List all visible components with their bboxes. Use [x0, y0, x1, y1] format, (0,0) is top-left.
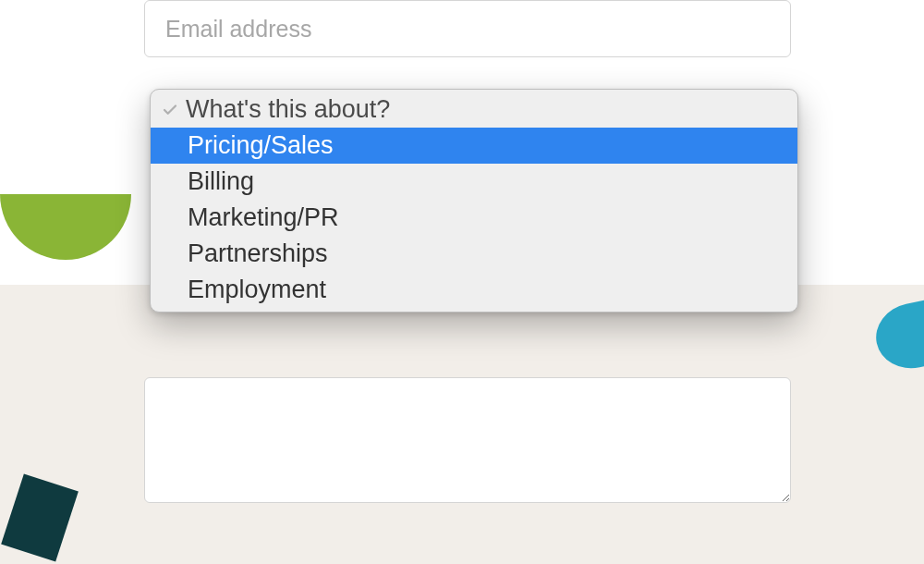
email-field[interactable]: [144, 0, 791, 57]
dropdown-option-marketing-pr[interactable]: Marketing/PR: [151, 200, 797, 236]
topic-select[interactable]: What's this about? Pricing/Sales Billing…: [144, 76, 791, 133]
dropdown-prompt-row: What's this about?: [151, 90, 797, 128]
dropdown-option-pricing-sales[interactable]: Pricing/Sales: [151, 128, 797, 164]
dropdown-option-billing[interactable]: Billing: [151, 164, 797, 200]
check-icon: [162, 102, 178, 118]
dropdown-option-employment[interactable]: Employment: [151, 272, 797, 308]
decor-green-half-circle: [0, 194, 131, 260]
message-textarea[interactable]: [144, 377, 791, 503]
topic-dropdown-menu[interactable]: What's this about? Pricing/Sales Billing…: [150, 89, 798, 313]
dropdown-prompt-label: What's this about?: [186, 95, 390, 124]
dropdown-option-partnerships[interactable]: Partnerships: [151, 236, 797, 272]
contact-form: What's this about? Pricing/Sales Billing…: [144, 0, 791, 564]
